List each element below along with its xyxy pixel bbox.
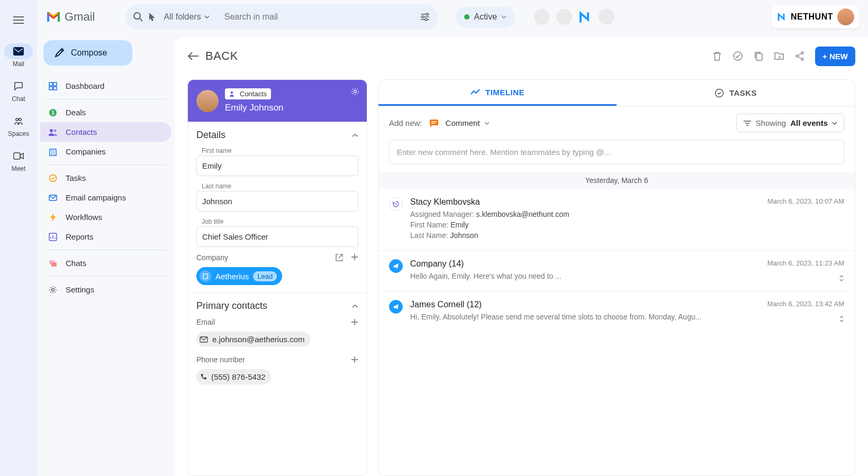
gmail-brand[interactable]: Gmail: [46, 10, 95, 24]
input-value: Chief Sales Officer: [202, 232, 268, 241]
tune-icon[interactable]: [420, 12, 430, 22]
first-name-input[interactable]: Emily: [196, 155, 358, 176]
showing-value: All events: [790, 118, 828, 127]
chat-icon: [14, 81, 23, 91]
chevron-down-icon: [204, 15, 210, 19]
sidebar-item-settings[interactable]: Settings: [40, 280, 171, 299]
search-input[interactable]: [217, 12, 416, 22]
search-icon[interactable]: [133, 12, 143, 22]
trash-icon[interactable]: [712, 51, 722, 61]
timeline-event[interactable]: Stacy Klembovska Assigned Manager: s.kle…: [378, 189, 855, 251]
back-button[interactable]: BACK: [187, 49, 238, 63]
rail-item-mail[interactable]: Mail: [4, 43, 33, 68]
svg-point-15: [54, 129, 57, 132]
open-external-icon[interactable]: [335, 253, 343, 262]
company-label: Company: [196, 253, 228, 262]
sidebar-item-label: Chats: [66, 259, 86, 268]
email-chip[interactable]: e.johnson@aetherius.com: [196, 332, 310, 347]
tab-tasks[interactable]: TASKS: [617, 80, 855, 106]
rail-item-chat[interactable]: Chat: [4, 78, 33, 103]
status-label: Active: [474, 12, 497, 22]
event-time: March 6, 2023, 10:07 AM: [767, 197, 844, 242]
compose-button[interactable]: Compose: [43, 40, 132, 66]
svg-point-25: [801, 52, 803, 54]
last-name-input[interactable]: Johnson: [196, 191, 358, 212]
user-avatar[interactable]: [837, 8, 854, 25]
tab-label: TIMELINE: [485, 88, 525, 97]
svg-point-14: [50, 129, 53, 132]
share-icon[interactable]: [795, 51, 804, 61]
svg-rect-11: [53, 87, 57, 90]
timeline-event[interactable]: James Cornell (12) Hi, Emily, Absolutely…: [378, 291, 855, 332]
svg-rect-9: [53, 83, 57, 86]
company-name: Aetherius: [215, 272, 249, 281]
plus-icon[interactable]: [351, 253, 358, 261]
date-separator: Yesterday, March 6: [378, 172, 855, 189]
plus-icon[interactable]: [351, 356, 358, 363]
add-new-label: Add new:: [389, 118, 422, 127]
sidebar-item-deals[interactable]: $ Deals: [40, 103, 171, 122]
header-app-placeholder[interactable]: [534, 9, 550, 25]
telegram-icon: [389, 300, 403, 314]
svg-point-5: [426, 13, 428, 15]
copy-icon[interactable]: [754, 51, 763, 61]
left-rail: Mail Chat Spaces Meet: [0, 0, 37, 476]
move-folder-icon[interactable]: [774, 52, 784, 60]
sidebar-item-dashboard[interactable]: Dashboard: [40, 76, 171, 96]
arrow-left-icon: [187, 51, 199, 61]
sidebar-item-workflows[interactable]: Workflows: [40, 207, 171, 227]
job-title-input[interactable]: Chief Sales Officer: [196, 226, 358, 247]
nethunt-brand-chip[interactable]: NETHUNT: [772, 5, 860, 29]
comment-placeholder: Enter new comment here. Mention teammate…: [397, 148, 611, 157]
sidebar-item-tasks[interactable]: Tasks: [40, 168, 171, 188]
expand-icon[interactable]: [839, 315, 844, 323]
telegram-icon: [389, 259, 403, 273]
sidebar-item-companies[interactable]: Companies: [40, 142, 171, 161]
comment-input[interactable]: Enter new comment here. Mention teammate…: [389, 140, 844, 164]
header-apps: [534, 9, 614, 25]
timeline-event[interactable]: Company (14) Hello Again, Emily. Here's …: [378, 251, 855, 291]
chats-icon: [49, 260, 57, 267]
event-time: March 6, 2023, 11:23 AM: [767, 259, 844, 267]
email-icon: [49, 195, 57, 201]
cursor-icon: [148, 12, 156, 22]
status-dropdown[interactable]: Active: [456, 6, 515, 28]
check-circle-icon[interactable]: [733, 51, 743, 61]
sidebar-item-campaigns[interactable]: Email campaigns: [40, 188, 171, 207]
svg-point-4: [134, 13, 140, 19]
timeline-icon: [471, 89, 480, 95]
comment-type-dropdown[interactable]: Comment: [446, 118, 490, 127]
field-label: First name: [196, 147, 358, 154]
meet-icon: [13, 152, 24, 160]
phone-chip[interactable]: (555) 876-5432: [196, 369, 271, 385]
expand-icon[interactable]: [839, 274, 844, 282]
rail-item-spaces[interactable]: Spaces: [4, 113, 33, 138]
email-value: e.johnson@aetherius.com: [212, 335, 305, 344]
tab-timeline[interactable]: TIMELINE: [378, 80, 617, 106]
events-filter-dropdown[interactable]: Showing All events: [736, 114, 844, 132]
company-chip[interactable]: Aetherius Lead: [196, 267, 282, 285]
status-dot-icon: [464, 14, 469, 20]
gear-icon[interactable]: [351, 87, 359, 96]
chevron-down-icon: [484, 122, 490, 125]
chevron-up-icon[interactable]: [352, 133, 358, 138]
sidebar-item-label: Deals: [66, 108, 86, 117]
main-menu-button[interactable]: [6, 7, 31, 33]
sidebar-item-label: Dashboard: [66, 81, 104, 90]
header-app-placeholder[interactable]: [556, 9, 572, 25]
plus-icon[interactable]: [351, 318, 358, 326]
sidebar-item-contacts[interactable]: Contacts: [40, 122, 171, 142]
rail-item-label: Spaces: [8, 130, 29, 138]
svg-point-23: [734, 52, 742, 60]
chevron-up-icon[interactable]: [352, 304, 358, 308]
folder-scope-dropdown[interactable]: All folders: [160, 12, 212, 22]
chevron-down-icon: [501, 15, 507, 19]
folder-chip[interactable]: Contacts: [225, 88, 271, 99]
rail-item-meet[interactable]: Meet: [4, 148, 33, 172]
sidebar-item-reports[interactable]: Reports: [40, 227, 171, 246]
new-button[interactable]: + NEW: [815, 47, 855, 66]
event-field-value: Emily: [450, 221, 468, 229]
nethunt-icon[interactable]: [578, 10, 592, 24]
sidebar-item-chats[interactable]: Chats: [40, 253, 171, 273]
header-app-placeholder[interactable]: [599, 9, 614, 25]
